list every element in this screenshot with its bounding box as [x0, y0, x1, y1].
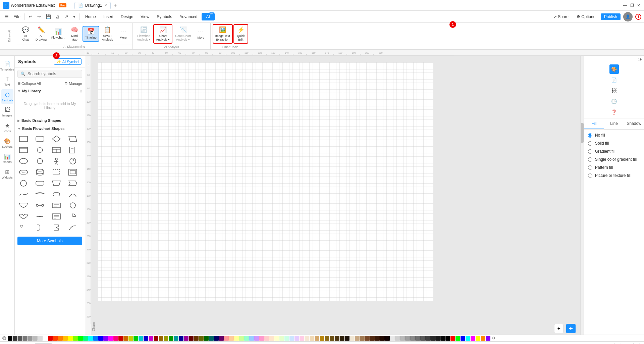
color-swatch[interactable]	[144, 336, 148, 341]
color-swatch[interactable]	[83, 336, 88, 341]
color-swatch[interactable]	[154, 336, 158, 341]
shape-stadium[interactable]	[34, 145, 46, 155]
export-btn[interactable]: ↗	[63, 13, 70, 20]
color-swatch[interactable]	[350, 336, 355, 341]
color-swatch[interactable]	[159, 336, 163, 341]
menu-advanced[interactable]: Advanced	[176, 13, 201, 20]
color-swatch[interactable]	[400, 336, 405, 341]
publish-btn[interactable]: Publish	[601, 13, 621, 20]
color-swatch[interactable]	[123, 336, 128, 341]
ribbon-more-diagramming[interactable]: ⋯ More	[116, 27, 130, 41]
color-swatch[interactable]	[73, 336, 78, 341]
color-swatch[interactable]	[284, 336, 289, 341]
color-swatch[interactable]	[108, 336, 113, 341]
color-swatch[interactable]	[199, 336, 204, 341]
shape-trapezoid[interactable]	[50, 178, 62, 188]
sidebar-symbols[interactable]: ⬡ Symbols	[1, 89, 13, 104]
ri-history-btn[interactable]: 🕐	[609, 97, 619, 106]
notification-badge[interactable]: 1	[635, 14, 641, 20]
color-swatch[interactable]	[289, 336, 294, 341]
color-swatch[interactable]	[274, 336, 279, 341]
tab-close-btn[interactable]: ✕	[104, 3, 107, 7]
color-swatch[interactable]	[315, 336, 319, 341]
shape-brace-open[interactable]	[50, 223, 62, 233]
color-picker-btn[interactable]	[1, 335, 7, 341]
shape-arc[interactable]	[67, 189, 79, 199]
color-swatch[interactable]	[370, 336, 375, 341]
save-btn[interactable]: 💾	[44, 13, 53, 20]
ribbon-image-text[interactable]: 🖼️ Image TextExtraction	[213, 24, 233, 44]
ri-image-btn[interactable]: 🖼	[609, 86, 619, 95]
color-swatch[interactable]	[375, 336, 380, 341]
color-swatch[interactable]	[405, 336, 410, 341]
ribbon-quick-edit[interactable]: ⚡ QuickEdit	[233, 24, 248, 44]
ri-help-btn[interactable]: ❓	[609, 107, 619, 117]
zoom-in-plus[interactable]: +	[633, 343, 640, 344]
shape-circle-outline[interactable]	[17, 178, 30, 188]
color-swatch[interactable]	[254, 336, 259, 341]
search-input[interactable]	[28, 71, 79, 76]
color-swatch[interactable]	[269, 336, 274, 341]
color-swatch[interactable]	[239, 336, 244, 341]
color-swatch[interactable]	[300, 336, 304, 341]
color-swatch[interactable]	[450, 336, 455, 341]
my-library-expand[interactable]: ⊞	[79, 89, 82, 93]
shape-ribbon[interactable]	[34, 189, 46, 199]
fill-option-gradient[interactable]: Gradient fill	[588, 149, 640, 154]
color-swatch[interactable]	[93, 336, 98, 341]
shape-rectangle[interactable]	[17, 134, 30, 144]
color-swatch[interactable]	[194, 336, 199, 341]
menu-insert[interactable]: Insert	[100, 13, 117, 20]
color-swatch[interactable]	[103, 336, 108, 341]
tab-fill[interactable]: Fill	[584, 118, 604, 129]
shape-note[interactable]	[50, 211, 62, 222]
canvas-plus-btn[interactable]: ✚	[566, 324, 576, 333]
color-swatch[interactable]	[189, 336, 194, 341]
more-symbols-btn[interactable]: More Symbols	[17, 237, 82, 245]
color-swatch[interactable]	[325, 336, 329, 341]
basic-flowchart-header[interactable]: ▼ Basic Flowchart Shapes	[15, 125, 85, 133]
color-swatch[interactable]	[63, 336, 68, 341]
shape-text-box[interactable]	[50, 200, 62, 210]
canvas-drawing-area[interactable]	[98, 62, 433, 301]
color-swatch[interactable]	[128, 336, 133, 341]
file-menu-btn[interactable]: File	[11, 13, 22, 20]
sidebar-text[interactable]: T Text	[1, 74, 13, 89]
color-swatch[interactable]	[425, 336, 430, 341]
color-swatch[interactable]	[23, 336, 28, 341]
color-swatch[interactable]	[209, 336, 214, 341]
color-swatch[interactable]	[320, 336, 324, 341]
menu-design[interactable]: Design	[117, 13, 137, 20]
menu-symbols[interactable]: Symbols	[153, 13, 175, 20]
color-swatch[interactable]	[390, 336, 395, 341]
collapse-all-btn[interactable]: ⊟ Collapse All	[17, 81, 41, 86]
color-swatch[interactable]	[33, 336, 38, 341]
color-swatch[interactable]	[430, 336, 435, 341]
color-swatch[interactable]	[360, 336, 365, 341]
sidebar-icons-item[interactable]: ★ Icons	[1, 120, 13, 135]
color-swatch[interactable]	[445, 336, 450, 341]
color-swatch[interactable]	[410, 336, 415, 341]
shape-rect-border[interactable]	[17, 145, 30, 155]
shape-diamond[interactable]	[50, 134, 62, 144]
color-swatch[interactable]	[113, 336, 118, 341]
color-swatch[interactable]	[481, 336, 485, 341]
shape-heart[interactable]	[17, 211, 30, 222]
ribbon-gantt-analysis[interactable]: 📉 Gantt ChartAnalysis ▾	[173, 25, 193, 43]
fill-gradient-radio[interactable]	[588, 149, 592, 154]
color-swatch[interactable]	[88, 336, 93, 341]
shape-split-bar[interactable]	[34, 211, 46, 222]
color-swatch[interactable]	[229, 336, 234, 341]
color-swatch[interactable]	[486, 336, 490, 341]
color-swatch[interactable]	[68, 336, 73, 341]
menu-home[interactable]: Home	[82, 13, 99, 20]
shape-cylinder[interactable]	[34, 167, 46, 177]
sidebar-images[interactable]: 🖼 Images	[1, 105, 13, 119]
options-btn[interactable]: ⚙ Options	[574, 13, 598, 20]
color-swatch[interactable]	[53, 336, 58, 341]
canvas-sparkle-btn[interactable]: ✦	[554, 324, 564, 333]
color-swatch[interactable]	[58, 336, 63, 341]
ribbon-mind-map[interactable]: 🧠 MindMap	[67, 25, 82, 43]
redo-btn[interactable]: ↪	[35, 13, 43, 20]
menu-ai[interactable]: AI hot	[202, 13, 215, 20]
